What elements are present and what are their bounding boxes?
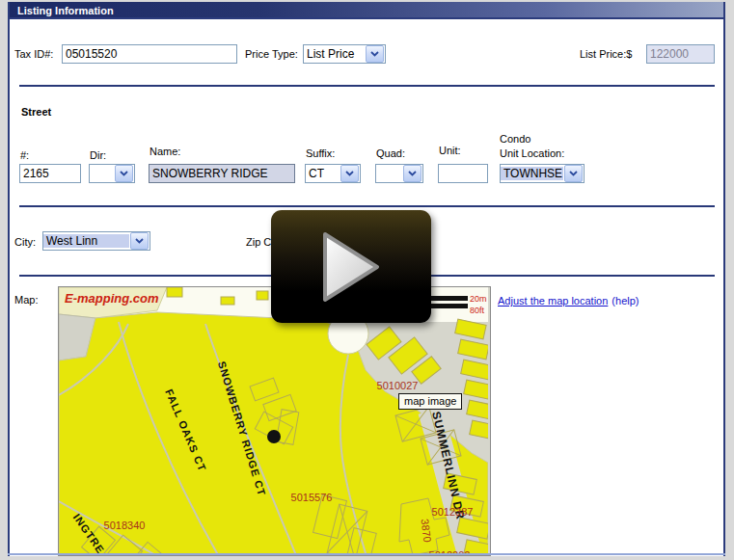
price-type-select[interactable]: List Price xyxy=(303,44,386,64)
parcel-number: 5015576 xyxy=(291,492,333,503)
emapping-logo: E-mapping.com xyxy=(65,291,159,306)
chevron-down-icon[interactable] xyxy=(130,232,149,250)
unit-input[interactable] xyxy=(438,164,488,183)
quad-label: Quad: xyxy=(376,147,405,159)
tax-id-input[interactable] xyxy=(62,44,237,64)
dir-label: Dir: xyxy=(90,149,106,161)
window-border-bottom xyxy=(8,553,725,555)
chevron-down-icon[interactable] xyxy=(366,45,384,63)
help-link[interactable]: (help) xyxy=(612,295,639,307)
play-icon xyxy=(315,227,387,307)
map-label: Map: xyxy=(14,294,38,306)
list-price-field xyxy=(646,44,715,64)
chevron-down-icon[interactable] xyxy=(340,165,359,182)
map-image-tooltip: map image xyxy=(398,393,462,410)
window-title: Listing Information xyxy=(17,5,114,16)
scale-imperial-label: 80ft xyxy=(470,306,485,315)
condo-unit-location-select[interactable]: TOWNHSE xyxy=(500,164,584,183)
map-image[interactable]: SNOWBERRY RIDGE CT FALL OAKS CT SUMMERLI… xyxy=(58,286,491,556)
suffix-label: Suffix: xyxy=(306,147,335,159)
parcel-number: 5012387 xyxy=(432,506,474,518)
tax-id-label: Tax ID#: xyxy=(14,48,53,60)
city-select[interactable]: West Linn xyxy=(42,231,150,251)
separator xyxy=(19,85,715,87)
map-svg: SNOWBERRY RIDGE CT FALL OAKS CT SUMMERLI… xyxy=(59,287,488,556)
price-type-value: List Price xyxy=(304,47,365,61)
dir-select[interactable] xyxy=(89,164,135,183)
chevron-down-icon[interactable] xyxy=(403,165,421,182)
suffix-select[interactable]: CT xyxy=(305,164,361,183)
quad-select[interactable] xyxy=(375,164,423,183)
chevron-down-icon[interactable] xyxy=(564,165,583,182)
unit-label: Unit: xyxy=(439,145,461,156)
condo-label-line1: Condo xyxy=(500,133,530,145)
window-border-left xyxy=(8,2,10,556)
map-marker-dot xyxy=(267,430,281,443)
price-type-label: Price Type: xyxy=(245,48,298,60)
listing-information-window: Listing Information Tax ID#: Price Type:… xyxy=(8,2,725,556)
window-border-right xyxy=(723,2,725,556)
street-name-input[interactable] xyxy=(149,164,295,183)
name-label: Name: xyxy=(150,146,180,157)
suffix-value: CT xyxy=(306,167,340,180)
video-play-button[interactable] xyxy=(271,210,431,323)
window-titlebar: Listing Information xyxy=(10,2,723,19)
street-number-input[interactable] xyxy=(19,164,81,183)
parcel-number: 5010027 xyxy=(377,380,419,391)
chevron-down-icon[interactable] xyxy=(115,165,133,182)
scale-metric-label: 20m xyxy=(470,294,487,304)
parcel-number: 5018340 xyxy=(104,520,146,531)
condo-unit-location-value: TOWNHSE xyxy=(501,167,563,180)
street-section-label: Street xyxy=(21,106,51,118)
separator xyxy=(19,205,715,207)
city-label: City: xyxy=(14,236,36,248)
condo-label-line2: Unit Location: xyxy=(500,147,564,159)
street-number-label: #: xyxy=(20,149,29,161)
adjust-map-location-link[interactable]: Adjust the map location xyxy=(498,295,608,307)
city-value: West Linn xyxy=(43,234,129,248)
list-price-label: List Price:$ xyxy=(580,48,632,60)
